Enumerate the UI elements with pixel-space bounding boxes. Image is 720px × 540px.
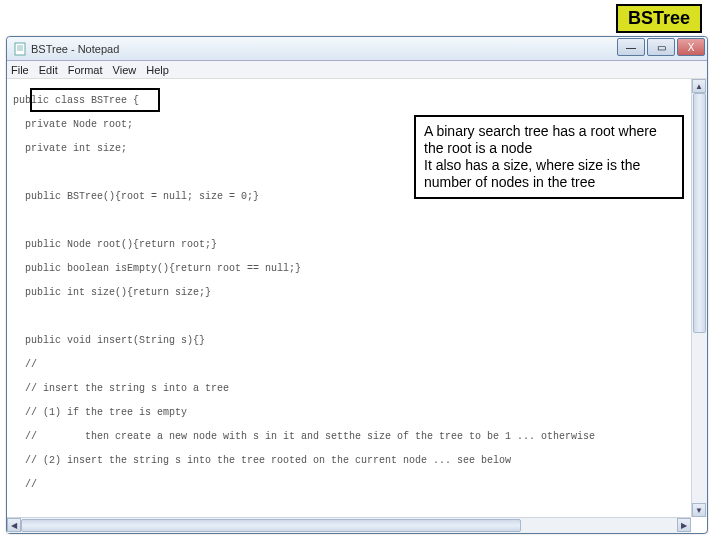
close-button[interactable]: X bbox=[677, 38, 705, 56]
notepad-icon bbox=[13, 42, 27, 56]
slide: BSTree BSTree - Notepad — ▭ X File Edit … bbox=[0, 0, 720, 540]
code-line: public void insert(String s){} bbox=[13, 335, 205, 346]
code-line: public boolean isEmpty(){return root == … bbox=[13, 263, 301, 274]
code-line: // bbox=[13, 359, 37, 370]
scroll-right-icon[interactable]: ▶ bbox=[677, 518, 691, 532]
vertical-scrollbar[interactable]: ▲ ▼ bbox=[691, 79, 707, 517]
code-line: // bbox=[13, 479, 37, 490]
code-line: public BSTree(){root = null; size = 0;} bbox=[13, 191, 259, 202]
notepad-window: BSTree - Notepad — ▭ X File Edit Format … bbox=[6, 36, 708, 534]
menu-file[interactable]: File bbox=[11, 64, 29, 76]
horizontal-scroll-thumb[interactable] bbox=[21, 519, 521, 532]
callout-line: A binary search tree has a root where th… bbox=[424, 123, 674, 157]
window-title: BSTree - Notepad bbox=[31, 43, 119, 55]
scroll-down-icon[interactable]: ▼ bbox=[692, 503, 706, 517]
code-line: private int size; bbox=[13, 143, 127, 154]
minimize-button[interactable]: — bbox=[617, 38, 645, 56]
code-line: // insert the string s into a tree bbox=[13, 383, 229, 394]
menu-view[interactable]: View bbox=[113, 64, 137, 76]
window-titlebar[interactable]: BSTree - Notepad — ▭ X bbox=[7, 37, 707, 61]
annotation-callout: A binary search tree has a root where th… bbox=[414, 115, 684, 199]
menu-format[interactable]: Format bbox=[68, 64, 103, 76]
menu-help[interactable]: Help bbox=[146, 64, 169, 76]
code-line: public int size(){return size;} bbox=[13, 287, 211, 298]
horizontal-scrollbar[interactable]: ◀ ▶ bbox=[7, 517, 691, 533]
code-line: // (1) if the tree is empty bbox=[13, 407, 187, 418]
vertical-scroll-thumb[interactable] bbox=[693, 93, 706, 333]
scroll-up-icon[interactable]: ▲ bbox=[692, 79, 706, 93]
slide-title-badge: BSTree bbox=[616, 4, 702, 33]
code-line: // (2) insert the string s into the tree… bbox=[13, 455, 511, 466]
scroll-left-icon[interactable]: ◀ bbox=[7, 518, 21, 532]
code-line: public Node root(){return root;} bbox=[13, 239, 217, 250]
svg-rect-0 bbox=[15, 43, 25, 55]
menu-bar: File Edit Format View Help bbox=[7, 61, 707, 79]
code-line: private Node root; bbox=[13, 119, 133, 130]
callout-line: It also has a size, where size is the nu… bbox=[424, 157, 674, 191]
code-line: // then create a new node with s in it a… bbox=[13, 431, 595, 442]
menu-edit[interactable]: Edit bbox=[39, 64, 58, 76]
code-line: public class BSTree { bbox=[13, 95, 139, 106]
maximize-button[interactable]: ▭ bbox=[647, 38, 675, 56]
